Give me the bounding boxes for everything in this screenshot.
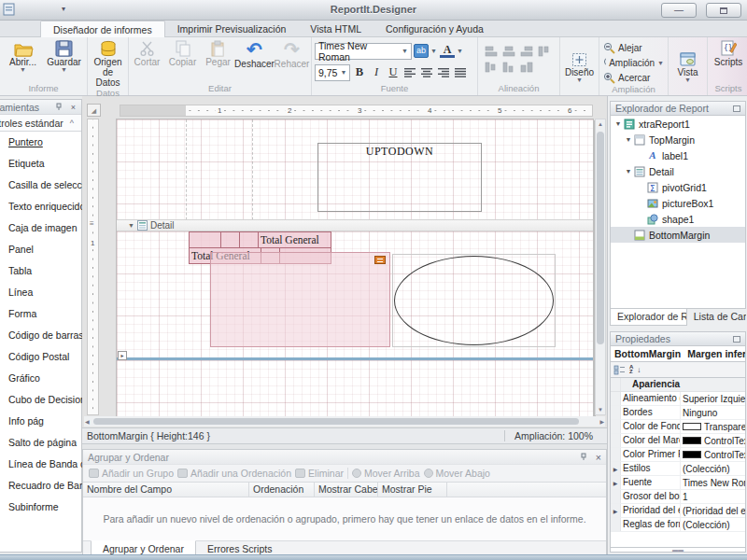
label1-control[interactable]: UPTODOWN [317,143,482,212]
add-group-button[interactable]: Añadir un Grupo [89,468,174,479]
band-expander[interactable]: ▸ [118,351,127,360]
toolbox-item-puntero[interactable]: Puntero [0,132,81,153]
property-row-color-de-fondo[interactable]: Color de Fondo Transparent [611,420,745,434]
pivot-cell[interactable] [240,231,259,248]
property-row-fuente[interactable]: ▶ Fuente Times New Roman [611,476,745,490]
toolbox-item-tabla[interactable]: Tabla [0,260,81,282]
tree-node-topmargin[interactable]: ▼ TopMargin [611,132,745,147]
pivot-total-column-cell[interactable]: Total General [259,231,331,248]
toolbox-item-grafico[interactable]: Gráfico [0,368,81,389]
tab-lista-de-campo[interactable]: Lista de Campo [687,309,746,326]
expand-arrow-icon[interactable]: ▶ [611,462,621,475]
scroll-up-icon[interactable]: ▲ [596,121,605,127]
status-zoom-level[interactable]: Ampliación: 100% [504,430,602,441]
property-row-color-primer-plano[interactable]: Color Primer Pla ControlText [611,448,745,462]
move-down-button[interactable]: Mover Abajo [424,468,490,479]
acercar-button[interactable]: Acercar [603,72,664,84]
toolbox-item-subinforme[interactable]: Subinforme [0,497,81,518]
toolbox-item-salto-de-pagina[interactable]: Salto de página [0,432,81,454]
pivot-cell[interactable] [189,231,221,248]
expand-arrow-icon[interactable]: ▼ [613,120,623,127]
justify-button[interactable] [453,64,468,80]
column-mostrar-cabecera[interactable]: Mostrar Cabec... [315,483,378,497]
toolbox-item-caja-de-imagen[interactable]: Caja de imagen [0,217,81,239]
property-row-reglas-de-formato[interactable]: Reglas de forma (Colección) [611,518,745,532]
expand-arrow-icon[interactable]: ▼ [624,136,633,143]
expand-arrow-icon[interactable]: ▼ [624,168,633,175]
guardar-button[interactable]: Guardar▼ [44,38,85,73]
add-sort-button[interactable]: Añadir una Ordenación [177,468,291,479]
vertical-scroll-thumb[interactable] [597,132,604,344]
toolbox-item-cubo-de-decisiones[interactable]: Cubo de Decisiones [0,389,81,411]
smart-tag-icon[interactable] [374,256,386,264]
chevron-down-icon[interactable]: ▼ [430,48,438,54]
horizontal-scroll-thumb[interactable] [93,418,579,425]
collapse-triangle-icon[interactable]: ▼ [128,222,134,229]
tree-node-pivotgrid1[interactable]: Σ pivotGrid1 [611,179,745,195]
pin-icon[interactable] [55,103,63,111]
close-icon[interactable]: × [596,452,601,463]
font-size-combo[interactable]: 9,75▼ [315,64,350,81]
tab-vista-html[interactable]: Vista HTML [298,21,374,36]
property-row-alineamiento[interactable]: Alineamiento de Superior Izquierdo [611,392,745,406]
scroll-left-icon[interactable]: ◀ [85,418,90,425]
vista-button[interactable]: Vista▼ [669,50,707,83]
toolbox-item-etiqueta[interactable]: Etiqueta [0,153,81,175]
tab-explorador-de-report[interactable]: Explorador de Report [610,309,687,326]
align-center-button[interactable] [419,64,434,80]
horizontal-scrollbar[interactable]: ◀ ▶ [84,416,605,427]
scripts-button[interactable]: {} Scripts [710,38,747,67]
tab-configuracion-y-ayuda[interactable]: Configuración y Ayuda [374,21,496,36]
categorized-view-button[interactable] [613,365,626,375]
toolbox-item-codigo-postal[interactable]: Código Postal [0,346,81,368]
property-category-apariencia[interactable]: Apariencia [611,378,745,392]
chevron-down-icon[interactable]: ▼ [457,48,464,54]
ruler-corner[interactable]: ◢ [87,104,101,117]
align-bottoms-button[interactable] [502,62,515,73]
origen-de-datos-button[interactable]: Origen de Datos [90,38,127,88]
align-rights-button[interactable] [520,46,533,57]
align-right-button[interactable] [436,64,451,80]
cortar-button[interactable]: Cortar [130,38,165,67]
property-row-grosor-del-borde[interactable]: Grosor del bord 1 [611,490,745,504]
align-tops-button[interactable] [538,46,551,57]
expand-arrow-icon[interactable]: ▶ [611,504,621,517]
alphabetical-sort-button[interactable]: AZ [629,365,633,374]
rehacer-button[interactable]: ↷ Rehacer [274,38,311,69]
pin-icon[interactable] [580,453,588,461]
property-row-estilos[interactable]: ▶ Estilos (Colección) [611,462,745,476]
align-lefts-button[interactable] [485,46,498,57]
maximize-button[interactable] [706,3,741,18]
shape1-control[interactable] [392,254,556,347]
panel-resize-handle[interactable]: ▬▬ [610,548,746,553]
tab-disenador-de-informes[interactable]: Diseñador de informes [40,21,165,37]
copiar-button[interactable]: Copiar [165,38,201,67]
pin-icon[interactable] [733,336,740,343]
align-middles-button[interactable] [485,62,498,73]
toolbox-item-linea[interactable]: Línea [0,282,81,303]
underline-button[interactable]: U [386,64,401,80]
align-left-button[interactable] [402,64,417,80]
move-up-button[interactable]: Mover Arriba [352,468,420,479]
column-mostrar-pie[interactable]: Mostrar Pie [378,483,447,497]
ruler-handle[interactable]: ≡ [90,220,94,227]
toolbox-item-panel[interactable]: Panel [0,239,81,260]
pegar-button[interactable]: Pegar [201,38,236,67]
tree-node-picturebox1[interactable]: pictureBox1 [611,195,745,211]
property-row-color-del-marco[interactable]: Color del Marco ControlText [611,434,745,448]
size-to-grid-button[interactable] [520,62,533,73]
alejar-button[interactable]: Alejar [603,42,664,54]
delete-button[interactable]: Eliminar [295,468,344,479]
tree-node-shape1[interactable]: shape1 [611,211,745,227]
tree-node-label1[interactable]: A label1 [611,147,745,163]
ampliacion-button[interactable]: Ampliación▼ [603,57,664,69]
toolbox-section-controles-estandar[interactable]: Controles estándar ^ [0,115,81,132]
close-icon[interactable]: × [71,103,76,112]
tab-imprimir-previsualizacion[interactable]: Imprimir Previsualización [165,21,299,36]
tree-node-xtrareport1[interactable]: ▼ xtraReport1 [611,116,745,132]
toolbox-item-casilla[interactable]: Casilla de selección [0,175,81,196]
property-row-prioridad-del-estilo[interactable]: ▶ Prioridad del es (Prioridad del estilo… [611,504,745,518]
pin-icon[interactable] [733,105,740,112]
toolbox-item-codigo-de-barras[interactable]: Código de barras [0,325,81,346]
pivot-grid-body[interactable] [210,252,390,347]
